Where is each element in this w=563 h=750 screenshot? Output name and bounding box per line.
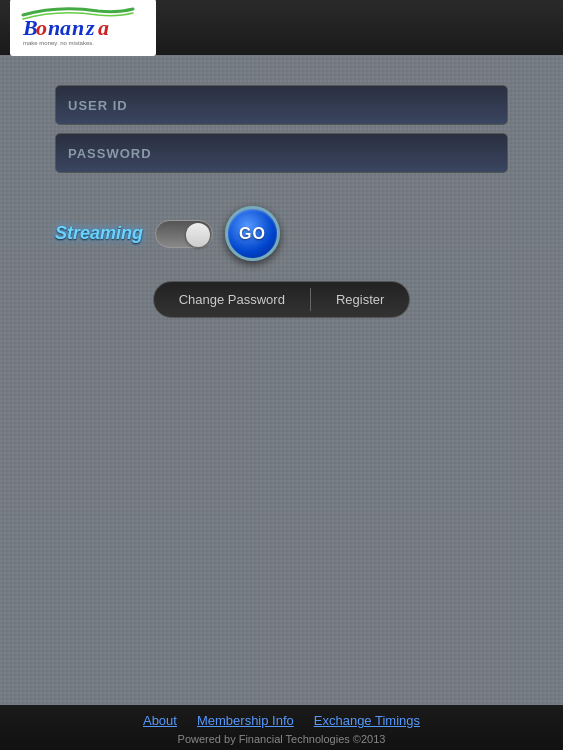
svg-text:z: z — [85, 15, 95, 40]
svg-text:make money. no mistakes.: make money. no mistakes. — [23, 40, 94, 46]
svg-text:n: n — [72, 15, 84, 40]
streaming-label: Streaming — [55, 223, 143, 244]
toggle-knob — [186, 223, 210, 247]
streaming-row: Streaming GO — [55, 206, 508, 261]
footer-powered-by: Powered by Financial Technologies ©2013 — [0, 733, 563, 745]
change-password-button[interactable]: Change Password — [154, 282, 310, 317]
bottom-buttons-container: Change Password Register — [55, 281, 508, 318]
exchange-timings-link[interactable]: Exchange Timings — [314, 713, 420, 728]
password-input[interactable] — [55, 133, 508, 173]
logo-svg: B o n a n z a make money. no mistakes. — [18, 3, 148, 48]
go-button[interactable]: GO — [225, 206, 280, 261]
footer-links: About Membership Info Exchange Timings — [0, 713, 563, 728]
main-content: Streaming GO Change Password Register — [0, 65, 563, 338]
svg-text:o: o — [36, 15, 47, 40]
streaming-toggle[interactable] — [155, 220, 213, 248]
app-header: B o n a n z a make money. no mistakes. — [0, 0, 563, 55]
footer: About Membership Info Exchange Timings P… — [0, 705, 563, 750]
userid-input[interactable] — [55, 85, 508, 125]
logo-container: B o n a n z a make money. no mistakes. — [10, 0, 156, 56]
register-button[interactable]: Register — [311, 282, 409, 317]
action-buttons: Change Password Register — [153, 281, 411, 318]
about-link[interactable]: About — [143, 713, 177, 728]
membership-link[interactable]: Membership Info — [197, 713, 294, 728]
svg-text:n: n — [48, 15, 60, 40]
svg-text:a: a — [98, 15, 109, 40]
svg-text:a: a — [60, 15, 71, 40]
